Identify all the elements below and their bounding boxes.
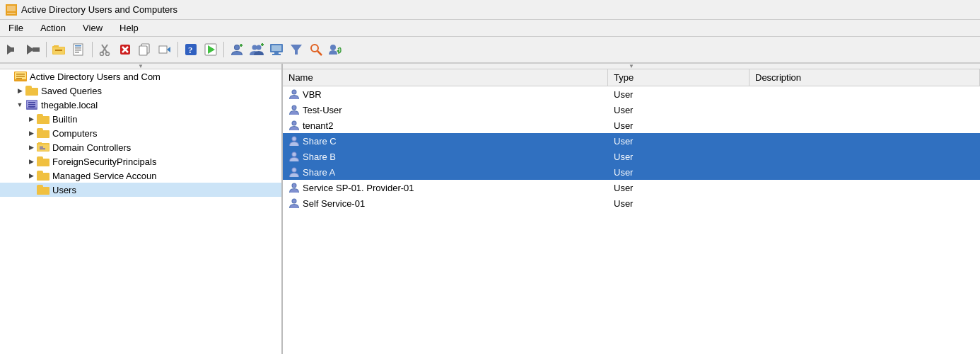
back-button[interactable] [4,40,23,59]
tree-item-managed-service[interactable]: ▶ Managed Service Accoun [0,169,281,183]
user-icon-tenant2 [288,120,300,131]
cell-name-share-c: Share C [283,134,608,148]
list-pane-handle[interactable]: ▼ [283,64,980,69]
tree-item-foreign-security[interactable]: ▶ ForeignSecurityPrincipals [0,154,281,169]
expand-icon-foreign[interactable]: ▶ [25,158,37,165]
cell-type-share-c: User [608,135,749,148]
new-computer-button[interactable] [267,40,286,59]
svg-marker-44 [291,45,302,55]
svg-rect-26 [159,46,167,53]
svg-rect-4 [7,47,14,52]
expand-icon-saved-queries[interactable]: ▶ [14,87,25,94]
cell-name-service-sp01: Service SP-01. Provider-01 [283,181,608,195]
menu-view[interactable]: View [80,22,105,34]
cell-name-share-b: Share B [283,149,608,164]
svg-rect-52 [16,76,25,77]
svg-point-67 [293,91,296,94]
tree-item-thegable[interactable]: ▼ thegable.local [0,98,281,112]
tree-item-root[interactable]: Active Directory Users and Com [0,69,281,84]
new-group-button[interactable] [247,40,266,59]
svg-rect-6 [33,47,40,52]
search-button[interactable] [307,40,325,59]
cell-name-vbr: VBR [283,87,608,101]
menu-file[interactable]: File [6,22,26,34]
cell-desc-share-b [749,155,980,158]
thegable-icon [25,99,38,110]
svg-rect-43 [272,54,281,55]
saved-queries-icon [25,85,38,96]
list-row-test-user[interactable]: Test-User User [283,102,980,118]
list-row-share-c[interactable]: Share C User [283,133,980,149]
svg-rect-10 [54,45,59,47]
list-row-vbr[interactable]: VBR User [283,86,980,102]
svg-point-81 [293,200,296,203]
svg-rect-56 [28,102,35,103]
expand-icon-builtin[interactable]: ▶ [25,115,37,122]
svg-rect-11 [55,50,62,51]
svg-rect-42 [274,52,279,54]
cell-desc-vbr [749,93,980,96]
tree-item-builtin[interactable]: ▶ Builtin [0,112,281,126]
col-header-desc[interactable]: Description [749,69,980,86]
cell-type-tenant2: User [608,119,749,132]
cell-name-tenant2: tenant2 [283,118,608,132]
svg-point-45 [311,45,318,52]
expand-icon-computers[interactable]: ▶ [25,130,37,137]
copy-button[interactable] [136,40,154,59]
col-header-type[interactable]: Type [608,69,749,86]
title-bar: Active Directory Users and Computers [0,0,980,20]
expand-icon-thegable[interactable]: ▼ [14,101,25,108]
tree-item-saved-queries[interactable]: ▶ Saved Queries [0,84,281,98]
menu-help[interactable]: Help [117,22,141,34]
open-button[interactable] [50,40,69,59]
filter-button[interactable] [287,40,305,59]
cell-type-service-sp01: User [608,181,749,195]
list-row-share-b[interactable]: Share B User [283,149,980,164]
svg-marker-27 [167,47,170,52]
tree-item-users[interactable]: Users [0,183,281,197]
svg-point-69 [293,106,296,110]
cell-type-test-user: User [608,103,749,117]
tree-item-saved-queries-label: Saved Queries [41,86,102,96]
delete-button[interactable] [116,40,134,59]
user-icon-self-service-01 [288,198,300,209]
svg-rect-65 [40,149,45,150]
svg-point-77 [293,169,296,172]
tree-pane[interactable]: ▼ Active Directory Users and Com ▶ [0,64,283,354]
svg-rect-64 [40,147,43,148]
list-row-tenant2[interactable]: tenant2 User [283,118,980,133]
user-icon-service-sp01 [288,182,300,193]
forward-button[interactable] [24,40,42,59]
expand-icon-dc[interactable]: ▶ [25,144,37,151]
col-header-name[interactable]: Name [283,69,608,86]
move-button[interactable] [156,40,174,59]
list-header: Name Type Description [283,69,980,86]
tree-item-domain-controllers[interactable]: ▶ Domain Controllers [0,140,281,154]
svg-rect-41 [272,45,281,51]
list-row-service-sp01[interactable]: Service SP-01. Provider-01 User [283,180,980,195]
tree-item-managed-label: Managed Service Accoun [52,171,156,181]
delegate-button[interactable] [327,40,345,59]
svg-point-73 [293,137,296,141]
list-row-self-service-01[interactable]: Self Service-01 User [283,195,980,211]
tree-item-thegable-label: thegable.local [41,100,98,110]
svg-rect-63 [38,142,42,144]
properties-button[interactable] [70,40,88,59]
svg-rect-2 [7,13,16,14]
svg-point-75 [293,153,296,156]
svg-rect-59 [28,106,35,108]
pane-resize-handle[interactable]: ▼ [0,64,281,69]
list-row-share-a[interactable]: Share A User [283,164,980,180]
tree-item-root-label: Active Directory Users and Com [30,72,161,82]
help-button[interactable]: ? [182,40,200,59]
play-button[interactable] [202,40,220,59]
expand-icon-managed[interactable]: ▶ [25,172,37,179]
menu-action[interactable]: Action [37,22,69,34]
new-user-button[interactable] [228,40,246,59]
svg-point-47 [330,45,336,50]
cut-button[interactable] [96,40,115,59]
toolbar-sep-4 [223,42,224,57]
managed-service-icon [37,170,49,181]
svg-point-79 [293,184,296,188]
tree-item-computers[interactable]: ▶ Computers [0,126,281,140]
